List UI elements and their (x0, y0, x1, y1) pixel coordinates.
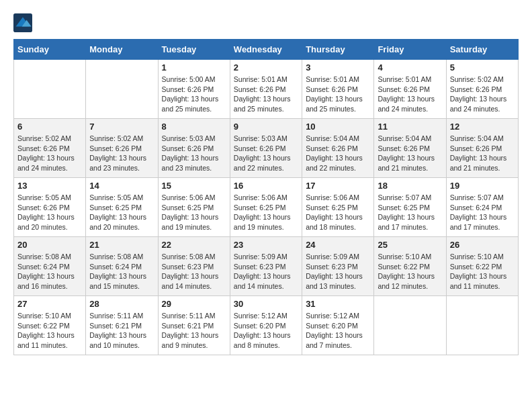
day-number: 12 (450, 122, 515, 132)
day-cell: 9Sunrise: 5:03 AMSunset: 6:26 PMDaylight… (230, 119, 302, 178)
week-row-1: 1Sunrise: 5:00 AMSunset: 6:26 PMDaylight… (14, 60, 519, 119)
column-header-tuesday: Tuesday (158, 40, 230, 60)
day-detail: Sunrise: 5:10 AMSunset: 6:22 PMDaylight:… (450, 252, 515, 291)
day-detail: Sunrise: 5:07 AMSunset: 6:25 PMDaylight:… (378, 193, 442, 232)
day-number: 2 (234, 62, 298, 73)
day-cell: 3Sunrise: 5:01 AMSunset: 6:26 PMDaylight… (302, 60, 374, 119)
day-cell: 6Sunrise: 5:02 AMSunset: 6:26 PMDaylight… (14, 119, 86, 178)
day-detail: Sunrise: 5:06 AMSunset: 6:25 PMDaylight:… (306, 193, 370, 232)
day-detail: Sunrise: 5:11 AMSunset: 6:21 PMDaylight:… (89, 311, 154, 351)
day-cell: 23Sunrise: 5:09 AMSunset: 6:23 PMDayligh… (230, 237, 302, 296)
day-detail: Sunrise: 5:10 AMSunset: 6:22 PMDaylight:… (17, 311, 82, 351)
day-detail: Sunrise: 5:11 AMSunset: 6:21 PMDaylight:… (162, 311, 226, 351)
day-number: 25 (378, 240, 442, 250)
day-cell: 12Sunrise: 5:04 AMSunset: 6:26 PMDayligh… (446, 119, 518, 178)
day-number: 10 (306, 122, 370, 132)
day-cell: 15Sunrise: 5:06 AMSunset: 6:25 PMDayligh… (158, 178, 230, 237)
day-cell: 27Sunrise: 5:10 AMSunset: 6:22 PMDayligh… (14, 296, 86, 355)
day-detail: Sunrise: 5:08 AMSunset: 6:24 PMDaylight:… (17, 252, 82, 291)
day-number: 8 (162, 122, 226, 132)
day-number: 19 (450, 181, 515, 191)
day-detail: Sunrise: 5:12 AMSunset: 6:20 PMDaylight:… (234, 311, 298, 351)
day-cell: 25Sunrise: 5:10 AMSunset: 6:22 PMDayligh… (374, 237, 446, 296)
day-detail: Sunrise: 5:05 AMSunset: 6:25 PMDaylight:… (89, 193, 154, 232)
day-detail: Sunrise: 5:01 AMSunset: 6:26 PMDaylight:… (234, 75, 298, 114)
day-detail: Sunrise: 5:05 AMSunset: 6:26 PMDaylight:… (17, 193, 82, 232)
logo (13, 13, 35, 32)
day-detail: Sunrise: 5:10 AMSunset: 6:22 PMDaylight:… (378, 252, 442, 291)
day-cell: 28Sunrise: 5:11 AMSunset: 6:21 PMDayligh… (86, 296, 158, 355)
day-cell: 1Sunrise: 5:00 AMSunset: 6:26 PMDaylight… (158, 60, 230, 119)
column-header-monday: Monday (86, 40, 158, 60)
day-detail: Sunrise: 5:09 AMSunset: 6:23 PMDaylight:… (306, 252, 370, 291)
day-cell: 29Sunrise: 5:11 AMSunset: 6:21 PMDayligh… (158, 296, 230, 355)
day-number: 26 (450, 240, 515, 250)
day-cell: 22Sunrise: 5:08 AMSunset: 6:23 PMDayligh… (158, 237, 230, 296)
day-detail: Sunrise: 5:09 AMSunset: 6:23 PMDaylight:… (234, 252, 298, 291)
page-header (13, 13, 519, 32)
day-cell: 11Sunrise: 5:04 AMSunset: 6:26 PMDayligh… (374, 119, 446, 178)
logo-icon (13, 13, 32, 32)
day-cell: 5Sunrise: 5:02 AMSunset: 6:26 PMDaylight… (446, 60, 518, 119)
day-detail: Sunrise: 5:07 AMSunset: 6:24 PMDaylight:… (450, 193, 515, 232)
day-detail: Sunrise: 5:02 AMSunset: 6:26 PMDaylight:… (17, 134, 82, 173)
day-number: 30 (234, 299, 298, 309)
day-number: 23 (234, 240, 298, 250)
day-cell: 18Sunrise: 5:07 AMSunset: 6:25 PMDayligh… (374, 178, 446, 237)
day-number: 13 (17, 181, 82, 191)
day-number: 1 (162, 62, 226, 73)
week-row-5: 27Sunrise: 5:10 AMSunset: 6:22 PMDayligh… (14, 296, 519, 355)
day-cell (446, 296, 518, 355)
day-detail: Sunrise: 5:03 AMSunset: 6:26 PMDaylight:… (162, 134, 226, 173)
day-detail: Sunrise: 5:04 AMSunset: 6:26 PMDaylight:… (378, 134, 442, 173)
column-header-saturday: Saturday (446, 40, 518, 60)
day-cell (14, 60, 86, 119)
day-number: 3 (306, 62, 370, 73)
column-header-sunday: Sunday (14, 40, 86, 60)
day-detail: Sunrise: 5:02 AMSunset: 6:26 PMDaylight:… (89, 134, 154, 173)
day-cell: 14Sunrise: 5:05 AMSunset: 6:25 PMDayligh… (86, 178, 158, 237)
day-cell (374, 296, 446, 355)
day-detail: Sunrise: 5:03 AMSunset: 6:26 PMDaylight:… (234, 134, 298, 173)
day-detail: Sunrise: 5:04 AMSunset: 6:26 PMDaylight:… (306, 134, 370, 173)
day-number: 5 (450, 62, 515, 73)
day-number: 4 (378, 62, 442, 73)
day-number: 21 (89, 240, 154, 250)
day-cell: 24Sunrise: 5:09 AMSunset: 6:23 PMDayligh… (302, 237, 374, 296)
day-number: 17 (306, 181, 370, 191)
day-detail: Sunrise: 5:12 AMSunset: 6:20 PMDaylight:… (306, 311, 370, 351)
day-detail: Sunrise: 5:06 AMSunset: 6:25 PMDaylight:… (234, 193, 298, 232)
week-row-4: 20Sunrise: 5:08 AMSunset: 6:24 PMDayligh… (14, 237, 519, 296)
day-cell: 2Sunrise: 5:01 AMSunset: 6:26 PMDaylight… (230, 60, 302, 119)
column-header-thursday: Thursday (302, 40, 374, 60)
day-number: 29 (162, 299, 226, 309)
day-cell: 8Sunrise: 5:03 AMSunset: 6:26 PMDaylight… (158, 119, 230, 178)
day-cell: 31Sunrise: 5:12 AMSunset: 6:20 PMDayligh… (302, 296, 374, 355)
day-number: 11 (378, 122, 442, 132)
day-number: 14 (89, 181, 154, 191)
day-number: 7 (89, 122, 154, 132)
day-number: 27 (17, 299, 82, 309)
day-detail: Sunrise: 5:00 AMSunset: 6:26 PMDaylight:… (162, 75, 226, 114)
day-cell: 13Sunrise: 5:05 AMSunset: 6:26 PMDayligh… (14, 178, 86, 237)
day-cell: 10Sunrise: 5:04 AMSunset: 6:26 PMDayligh… (302, 119, 374, 178)
day-number: 6 (17, 122, 82, 132)
day-cell (86, 60, 158, 119)
day-cell: 16Sunrise: 5:06 AMSunset: 6:25 PMDayligh… (230, 178, 302, 237)
day-number: 16 (234, 181, 298, 191)
day-number: 31 (306, 299, 370, 309)
day-cell: 20Sunrise: 5:08 AMSunset: 6:24 PMDayligh… (14, 237, 86, 296)
calendar-table: SundayMondayTuesdayWednesdayThursdayFrid… (13, 39, 519, 355)
day-number: 18 (378, 181, 442, 191)
day-detail: Sunrise: 5:02 AMSunset: 6:26 PMDaylight:… (450, 75, 515, 114)
week-row-2: 6Sunrise: 5:02 AMSunset: 6:26 PMDaylight… (14, 119, 519, 178)
day-number: 9 (234, 122, 298, 132)
column-header-wednesday: Wednesday (230, 40, 302, 60)
day-number: 20 (17, 240, 82, 250)
day-cell: 17Sunrise: 5:06 AMSunset: 6:25 PMDayligh… (302, 178, 374, 237)
day-detail: Sunrise: 5:04 AMSunset: 6:26 PMDaylight:… (450, 134, 515, 173)
day-cell: 30Sunrise: 5:12 AMSunset: 6:20 PMDayligh… (230, 296, 302, 355)
day-detail: Sunrise: 5:08 AMSunset: 6:24 PMDaylight:… (89, 252, 154, 291)
calendar-header-row: SundayMondayTuesdayWednesdayThursdayFrid… (14, 40, 519, 60)
day-detail: Sunrise: 5:08 AMSunset: 6:23 PMDaylight:… (162, 252, 226, 291)
